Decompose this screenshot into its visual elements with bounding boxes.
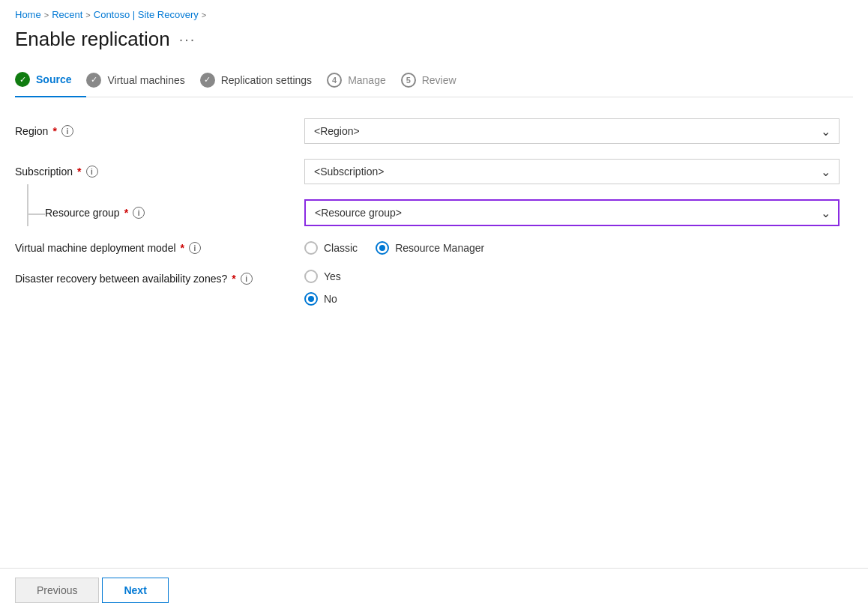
breadcrumb-recent[interactable]: Recent <box>52 9 82 20</box>
vm-deployment-rm-label: Resource Manager <box>395 242 484 254</box>
breadcrumb: Home > Recent > Contoso | Site Recovery … <box>0 0 868 23</box>
breadcrumb-home[interactable]: Home <box>15 9 41 20</box>
step-rep-icon: ✓ <box>200 73 215 88</box>
resource-group-control: <Resource group> <box>304 199 840 226</box>
subscription-control: <Subscription> <box>304 159 840 184</box>
next-button[interactable]: Next <box>102 578 168 603</box>
wizard-steps: ✓ Source ✓ Virtual machines ✓ Replicatio… <box>15 63 853 97</box>
step-virtual-machines[interactable]: ✓ Virtual machines <box>86 64 199 97</box>
step-source-label: Source <box>36 73 71 85</box>
breadcrumb-sep-3: > <box>202 10 206 19</box>
resource-group-select[interactable]: <Resource group> <box>304 199 840 226</box>
breadcrumb-sep-1: > <box>44 10 49 19</box>
step-source[interactable]: ✓ Source <box>15 63 86 97</box>
breadcrumb-site-recovery[interactable]: Contoso | Site Recovery <box>94 9 199 20</box>
step-manage-icon: 4 <box>327 73 342 88</box>
vm-deployment-rm-option[interactable]: Resource Manager <box>376 241 484 255</box>
previous-button[interactable]: Previous <box>15 578 99 603</box>
bottom-nav: Previous Next <box>0 568 868 612</box>
more-options-button[interactable]: ··· <box>179 31 196 48</box>
disaster-recovery-no-option[interactable]: No <box>304 292 840 306</box>
step-manage-label: Manage <box>348 74 386 86</box>
subscription-select[interactable]: <Subscription> <box>304 159 840 184</box>
disaster-recovery-radio-stack: Yes No <box>304 270 840 306</box>
vm-deployment-classic-label: Classic <box>324 242 358 254</box>
disaster-recovery-row: Disaster recovery between availability z… <box>15 270 840 306</box>
region-row: Region * i <Region> <box>15 118 840 144</box>
step-review-label: Review <box>422 74 456 86</box>
vm-deployment-radio-group: Classic Resource Manager <box>304 241 840 255</box>
resource-group-info-icon[interactable]: i <box>133 207 145 219</box>
region-label: Region * i <box>15 125 292 137</box>
step-vm-label: Virtual machines <box>107 74 184 86</box>
subscription-row: Subscription * i <Subscription> <box>15 159 840 184</box>
step-review[interactable]: 5 Review <box>401 64 471 97</box>
subscription-required: * <box>77 166 81 178</box>
region-control: <Region> <box>304 118 840 144</box>
subscription-dropdown-wrapper: <Subscription> <box>304 159 840 184</box>
vm-deployment-classic-option[interactable]: Classic <box>304 241 358 255</box>
breadcrumb-sep-2: > <box>85 10 90 19</box>
resource-group-required: * <box>124 207 128 219</box>
vm-deployment-info-icon[interactable]: i <box>189 242 201 254</box>
disaster-recovery-required: * <box>232 273 235 285</box>
step-source-icon: ✓ <box>15 72 30 87</box>
resource-group-dropdown-wrapper: <Resource group> <box>304 199 840 226</box>
resource-group-label: Resource group * i <box>45 207 292 219</box>
vm-deployment-required: * <box>181 242 184 254</box>
vm-deployment-rm-radio[interactable] <box>376 241 389 255</box>
main-content: ✓ Source ✓ Virtual machines ✓ Replicatio… <box>0 63 868 568</box>
step-vm-icon: ✓ <box>86 73 101 88</box>
page-title: Enable replication <box>15 28 170 51</box>
region-required: * <box>52 125 56 137</box>
vm-deployment-label: Virtual machine deployment model * i <box>15 242 292 254</box>
step-manage[interactable]: 4 Manage <box>327 64 401 97</box>
disaster-recovery-yes-radio[interactable] <box>304 270 318 283</box>
disaster-recovery-no-radio[interactable] <box>304 292 318 306</box>
vm-deployment-control: Classic Resource Manager <box>304 241 840 255</box>
disaster-recovery-yes-option[interactable]: Yes <box>304 270 840 283</box>
form-section: Region * i <Region> Subscription * i <box>15 118 840 306</box>
disaster-recovery-yes-label: Yes <box>324 270 341 282</box>
region-info-icon[interactable]: i <box>61 125 73 137</box>
disaster-recovery-no-label: No <box>324 293 337 305</box>
page-header: Enable replication ··· <box>0 23 868 63</box>
subscription-info-icon[interactable]: i <box>86 166 98 178</box>
disaster-recovery-info-icon[interactable]: i <box>241 273 253 285</box>
resource-group-row: Resource group * i <Resource group> <box>45 199 840 226</box>
vm-deployment-row: Virtual machine deployment model * i Cla… <box>15 241 840 255</box>
region-dropdown-wrapper: <Region> <box>304 118 840 144</box>
step-replication-settings[interactable]: ✓ Replication settings <box>200 64 327 97</box>
vm-deployment-classic-radio[interactable] <box>304 241 318 255</box>
region-select[interactable]: <Region> <box>304 118 840 144</box>
disaster-recovery-control: Yes No <box>304 270 840 306</box>
step-rep-label: Replication settings <box>221 74 312 86</box>
step-review-icon: 5 <box>401 73 416 88</box>
subscription-label: Subscription * i <box>15 166 292 178</box>
disaster-recovery-label: Disaster recovery between availability z… <box>15 270 292 285</box>
